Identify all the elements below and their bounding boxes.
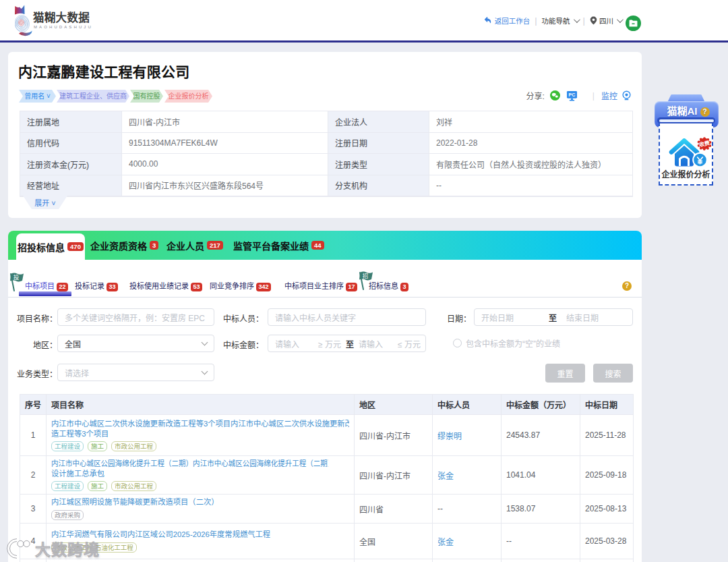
svg-text:投: 投	[13, 274, 20, 281]
svg-text:招: 招	[363, 273, 369, 279]
svg-text:PC: PC	[568, 92, 575, 97]
